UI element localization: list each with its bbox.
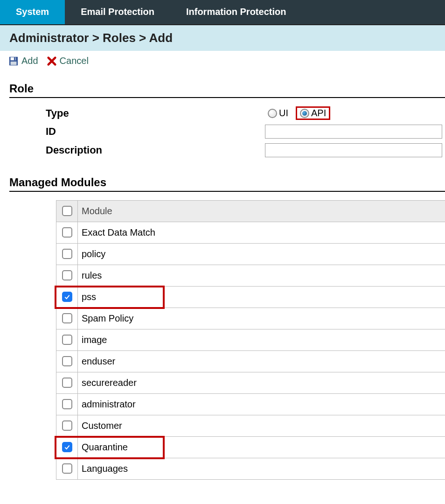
- type-radio-api-wrap: API: [296, 106, 330, 120]
- module-checkbox[interactable]: [62, 442, 72, 452]
- module-checkbox[interactable]: [62, 270, 72, 280]
- managed-section-title: Managed Modules: [9, 176, 445, 192]
- breadcrumb: Administrator > Roles > Add: [0, 25, 445, 51]
- close-icon: [47, 56, 57, 66]
- table-row: rules: [56, 265, 445, 287]
- table-row: pss: [56, 287, 445, 308]
- module-label: enduser: [78, 351, 445, 372]
- module-label: Languages: [78, 458, 445, 480]
- table-row: image: [56, 329, 445, 351]
- add-label: Add: [21, 56, 38, 66]
- id-label: ID: [46, 126, 265, 138]
- table-row: Quarantine: [56, 437, 445, 458]
- select-all-checkbox[interactable]: [62, 206, 72, 216]
- svg-rect-2: [14, 57, 15, 60]
- module-label: policy: [78, 244, 445, 265]
- content: Role Type UI API ID Description: [0, 68, 445, 480]
- managed-modules-section: Managed Modules Module Exact Data Matchp…: [9, 176, 445, 480]
- module-label: Exact Data Match: [78, 222, 445, 244]
- module-table: Module Exact Data MatchpolicyrulespssSpa…: [56, 200, 445, 480]
- module-label: Quarantine: [78, 437, 445, 458]
- description-input[interactable]: [265, 143, 442, 157]
- description-label: Description: [46, 144, 265, 156]
- table-row: Languages: [56, 458, 445, 480]
- table-row: administrator: [56, 394, 445, 415]
- module-header: Module: [78, 201, 445, 222]
- svg-rect-3: [11, 61, 17, 64]
- type-radio-ui-label: UI: [279, 108, 288, 119]
- table-row: Exact Data Match: [56, 222, 445, 244]
- module-checkbox[interactable]: [62, 249, 72, 259]
- nav-tab-information-protection[interactable]: Information Protection: [170, 0, 302, 24]
- add-button[interactable]: Add: [8, 56, 38, 66]
- type-radio-group: UI API: [265, 106, 330, 120]
- table-row: Spam Policy: [56, 308, 445, 329]
- module-label: Spam Policy: [78, 308, 445, 329]
- role-section-title: Role: [9, 82, 445, 98]
- save-icon: [8, 56, 19, 66]
- type-radio-ui[interactable]: [268, 109, 277, 118]
- module-checkbox[interactable]: [62, 227, 72, 238]
- role-fields: Type UI API ID Description: [46, 106, 445, 157]
- id-input[interactable]: [265, 125, 442, 139]
- module-checkbox[interactable]: [62, 463, 72, 474]
- module-label: image: [78, 329, 445, 351]
- module-label: rules: [78, 265, 445, 287]
- table-row: securereader: [56, 372, 445, 394]
- module-checkbox[interactable]: [62, 356, 72, 366]
- module-label: pss: [78, 287, 445, 308]
- module-checkbox[interactable]: [62, 292, 72, 302]
- table-row: policy: [56, 244, 445, 265]
- module-checkbox[interactable]: [62, 313, 72, 323]
- type-radio-api[interactable]: [300, 109, 309, 118]
- nav-tab-email-protection[interactable]: Email Protection: [65, 0, 170, 24]
- type-radio-ui-wrap: UI: [265, 107, 291, 119]
- cancel-label: Cancel: [60, 56, 89, 66]
- module-label: Customer: [78, 415, 445, 437]
- top-nav: SystemEmail ProtectionInformation Protec…: [0, 0, 445, 25]
- table-row: Customer: [56, 415, 445, 437]
- nav-tab-system[interactable]: System: [0, 0, 65, 24]
- module-checkbox[interactable]: [62, 335, 72, 345]
- module-checkbox[interactable]: [62, 378, 72, 388]
- module-label: securereader: [78, 372, 445, 394]
- module-label: administrator: [78, 394, 445, 415]
- action-bar: Add Cancel: [0, 51, 445, 68]
- cancel-button[interactable]: Cancel: [47, 56, 89, 66]
- type-label: Type: [46, 107, 265, 119]
- module-checkbox[interactable]: [62, 399, 72, 409]
- table-row: enduser: [56, 351, 445, 372]
- module-checkbox[interactable]: [62, 420, 72, 431]
- type-radio-api-label: API: [311, 108, 326, 119]
